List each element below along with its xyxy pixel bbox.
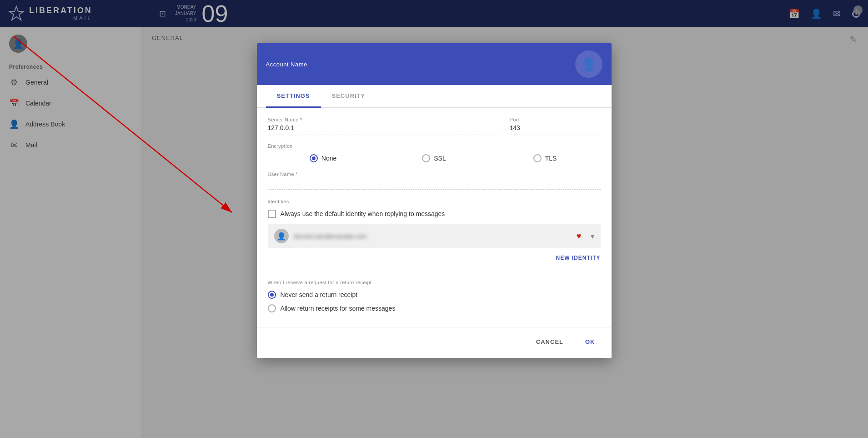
encryption-radio-row: None SSL TLS	[268, 154, 601, 162]
return-receipt-option1-row[interactable]: Never send a return receipt	[268, 291, 601, 299]
radio-none-label: None	[321, 155, 336, 162]
radio-tls-circle	[533, 154, 542, 162]
radio-tls-label: TLS	[545, 155, 557, 162]
tab-settings[interactable]: SETTINGS	[266, 85, 321, 108]
port-value[interactable]: 143	[510, 124, 601, 135]
modal: Account Name 👤 SETTINGS SECURITY Server …	[257, 43, 612, 358]
heart-icon: ♥	[577, 232, 582, 241]
identity-email: blurred.user@example.com	[294, 233, 571, 240]
return-receipt-section: When I receive a request for a return re…	[268, 272, 601, 327]
ok-button[interactable]: OK	[580, 335, 601, 349]
person-glyph: 👤	[277, 232, 286, 241]
radio-never-circle	[268, 291, 276, 299]
encryption-ssl[interactable]: SSL	[379, 154, 490, 162]
username-label: User Name *	[268, 171, 601, 177]
username-value[interactable]	[268, 179, 601, 190]
identity-checkbox-row[interactable]: Always use the default identity when rep…	[268, 210, 601, 218]
radio-ssl-label: SSL	[434, 155, 446, 162]
radio-ssl-circle	[422, 154, 430, 162]
server-name-label: Server Name *	[268, 117, 501, 122]
radio-none-circle	[310, 154, 318, 162]
identity-checkbox[interactable]	[268, 210, 276, 218]
identity-person-icon: 👤	[274, 229, 289, 243]
encryption-section: Encryption None SSL TLS	[268, 143, 601, 162]
return-receipt-option2: Allow return receipts for some messages	[281, 305, 396, 312]
modal-avatar: 👤	[575, 50, 602, 78]
modal-avatar-icon: 👤	[581, 57, 597, 72]
port-group: Port 143	[510, 117, 601, 135]
identities-label: Identities	[268, 199, 601, 204]
tab-security[interactable]: SECURITY	[321, 85, 376, 108]
return-receipt-label: When I receive a request for a return re…	[268, 280, 601, 285]
identity-item: 👤 blurred.user@example.com ♥ ▾	[268, 224, 601, 248]
encryption-none[interactable]: None	[268, 154, 379, 162]
port-label: Port	[510, 117, 601, 122]
encryption-tls[interactable]: TLS	[490, 154, 601, 162]
modal-header: Account Name 👤	[257, 43, 612, 85]
cancel-button[interactable]: CANCEL	[531, 335, 569, 349]
encryption-label: Encryption	[268, 143, 601, 149]
new-identity-row: NEW IDENTITY	[268, 250, 601, 265]
server-name-value[interactable]: 127.0.0.1	[268, 124, 501, 135]
modal-title: Account Name	[266, 61, 307, 68]
modal-footer: CANCEL OK	[257, 327, 612, 358]
return-receipt-option1: Never send a return receipt	[281, 291, 358, 298]
chevron-down-icon[interactable]: ▾	[591, 232, 594, 241]
username-section: User Name *	[268, 171, 601, 190]
identities-section: Identities Always use the default identi…	[268, 199, 601, 265]
radio-allow-circle	[268, 304, 276, 312]
identity-checkbox-label: Always use the default identity when rep…	[281, 210, 445, 217]
return-receipt-option2-row[interactable]: Allow return receipts for some messages	[268, 304, 601, 312]
server-port-row: Server Name * 127.0.0.1 Port 143	[268, 117, 601, 135]
modal-body: Server Name * 127.0.0.1 Port 143 Encrypt…	[257, 108, 612, 327]
server-name-group: Server Name * 127.0.0.1	[268, 117, 501, 135]
modal-tabs: SETTINGS SECURITY	[257, 85, 612, 108]
new-identity-button[interactable]: NEW IDENTITY	[556, 255, 601, 261]
